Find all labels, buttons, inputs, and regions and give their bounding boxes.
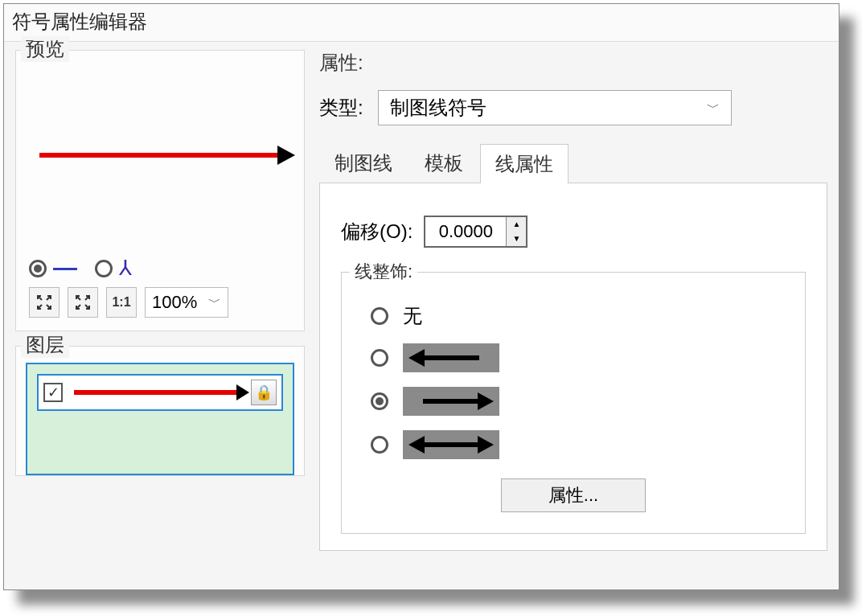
layers-label: 图层 (21, 332, 69, 358)
left-column: 预览 ⅄ (15, 50, 305, 551)
preview-group: 预览 ⅄ (15, 50, 305, 331)
window-title: 符号属性编辑器 (4, 4, 839, 42)
decoration-properties-button[interactable]: 属性... (501, 478, 646, 512)
chevron-down-icon: ﹀ (707, 100, 720, 117)
tab-line-properties[interactable]: 线属性 (480, 144, 569, 183)
radio-icon (29, 260, 47, 277)
preview-canvas (26, 67, 294, 244)
decoration-label: 线整饰: (350, 260, 417, 284)
decor-option-right-arrow[interactable] (371, 387, 784, 416)
type-select[interactable]: 制图线符号 ﹀ (378, 90, 732, 125)
tab-template[interactable]: 模板 (409, 143, 478, 183)
layers-group: 图层 ✓ 🔒 (15, 346, 305, 476)
symbol-property-editor-window: 符号属性编辑器 预览 ⅄ (3, 3, 839, 590)
zoom-value: 100% (152, 292, 197, 313)
layers-list[interactable]: ✓ 🔒 (26, 363, 294, 475)
type-label: 类型: (319, 95, 363, 121)
radio-zigzag-style[interactable]: ⅄ (95, 260, 143, 277)
tab-cartographic-line[interactable]: 制图线 (319, 143, 408, 183)
offset-increment-button[interactable]: ▲ (507, 217, 526, 232)
zoom-extent-button[interactable] (68, 287, 98, 318)
offset-decrement-button[interactable]: ▼ (507, 232, 526, 246)
radio-icon (371, 349, 388, 367)
layer-lock-button[interactable]: 🔒 (251, 380, 277, 405)
preview-zoom-toolbar: 1:1 100% ﹀ (26, 277, 294, 321)
offset-label: 偏移(O): (341, 219, 413, 244)
layer-visibility-checkbox[interactable]: ✓ (43, 383, 63, 402)
decor-option-left-arrow[interactable] (371, 343, 784, 372)
offset-spinner[interactable]: ▲ ▼ (424, 216, 527, 248)
line-properties-panel: 偏移(O): ▲ ▼ 线整饰: 无 (319, 183, 827, 551)
zoom-fit-button[interactable] (29, 287, 60, 318)
content-area: 预览 ⅄ (4, 42, 839, 551)
radio-icon (371, 307, 388, 325)
radio-icon (95, 260, 113, 277)
type-value: 制图线符号 (390, 95, 486, 121)
zoom-extent-icon (74, 294, 92, 311)
tab-bar: 制图线 模板 线属性 (319, 143, 827, 183)
offset-input[interactable] (425, 217, 506, 246)
spinner-buttons: ▲ ▼ (506, 217, 526, 246)
arrow-left-icon (403, 343, 499, 372)
zigzag-style-icon: ⅄ (119, 260, 143, 277)
line-decoration-group: 线整饰: 无 (341, 272, 806, 534)
preview-label: 预览 (21, 36, 69, 62)
right-column: 属性: 类型: 制图线符号 ﹀ 制图线 模板 线属性 偏移(O): (319, 50, 827, 551)
arrow-both-icon (403, 430, 499, 459)
decor-option-both-arrow[interactable] (371, 430, 784, 459)
zoom-select[interactable]: 100% ﹀ (145, 287, 228, 318)
arrow-right-icon (403, 387, 499, 416)
decor-option-none[interactable]: 无 (371, 303, 784, 329)
decor-none-label: 无 (403, 303, 422, 329)
properties-label: 属性: (319, 50, 827, 90)
one-to-one-icon: 1:1 (112, 295, 130, 310)
chevron-down-icon: ﹀ (208, 294, 221, 311)
preview-style-radios: ⅄ (26, 252, 294, 277)
zoom-fit-icon (35, 294, 53, 311)
lock-icon: 🔒 (255, 384, 273, 401)
radio-icon (371, 436, 388, 454)
offset-row: 偏移(O): ▲ ▼ (341, 216, 806, 248)
radio-line-style[interactable] (29, 260, 77, 277)
type-row: 类型: 制图线符号 ﹀ (319, 90, 827, 143)
decoration-options: 无 (363, 290, 784, 478)
layer-row[interactable]: ✓ 🔒 (37, 374, 283, 411)
radio-icon (371, 392, 388, 410)
preview-arrow-icon (39, 153, 281, 158)
layer-preview-icon (74, 390, 240, 395)
line-style-icon (53, 268, 77, 270)
zoom-actual-button[interactable]: 1:1 (106, 287, 137, 318)
